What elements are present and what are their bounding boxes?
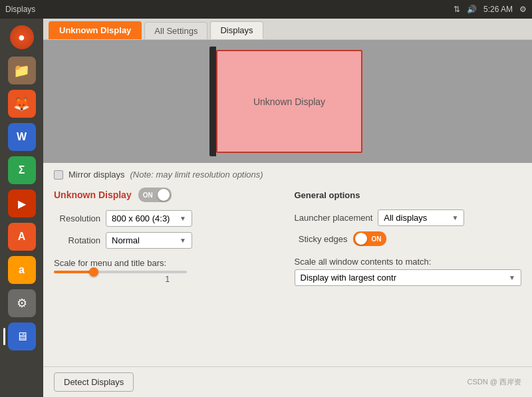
launcher-dropdown-arrow: ▼ (452, 214, 458, 221)
files-icon: 📁 (8, 57, 36, 84)
amazon-icon: a (8, 256, 36, 284)
display-preview: Unknown Display (43, 40, 532, 163)
launcher-label: Launcher placement (295, 213, 373, 223)
rotation-select[interactable]: Normal ▼ (106, 232, 192, 249)
resolution-row: Resolution 800 x 600 (4:3) ▼ (54, 210, 281, 227)
calc-icon: Σ (8, 156, 36, 184)
left-settings: Unknown Display ON Resolution 800 x 600 … (54, 188, 281, 286)
display-toggle[interactable]: ON (138, 188, 172, 202)
slider-track (54, 271, 187, 273)
rotation-row: Rotation Normal ▼ (54, 232, 281, 249)
resolution-dropdown-arrow: ▼ (180, 215, 186, 222)
scale-slider-container (54, 271, 187, 273)
sidebar-item-calc[interactable]: Σ (6, 154, 38, 186)
window-header: Unknown Display All Settings Displays (43, 19, 532, 39)
watermark: CSDN @ 西岸资 (467, 377, 521, 387)
scale-window-select[interactable]: Display with largest contr ▼ (295, 269, 522, 286)
display-content: Unknown Display Mirror displays (Note: m… (43, 39, 532, 397)
rotation-value: Normal (112, 235, 176, 245)
sticky-toggle[interactable]: ON (353, 231, 386, 246)
sidebar-item-appstore[interactable]: A (6, 221, 38, 253)
scale-section: Scale for menu and title bars: 1 (54, 258, 281, 284)
settings-icon: ⚙ (8, 289, 36, 317)
writer-icon: W (8, 123, 36, 151)
monitor-stand (209, 47, 216, 156)
detect-displays-button[interactable]: Detect Displays (54, 372, 134, 392)
sidebar-item-files[interactable]: 📁 (6, 55, 38, 86)
display-name-row: Unknown Display ON (54, 188, 281, 202)
launcher-select[interactable]: All displays ▼ (378, 209, 464, 226)
sticky-row: Sticky edges ON (295, 231, 522, 246)
sidebar-item-settings[interactable]: ⚙ (6, 287, 38, 319)
scale-label: Scale for menu and title bars: (54, 258, 281, 268)
appstore-icon: A (8, 223, 36, 251)
ubuntu-logo-icon: ● (10, 25, 34, 49)
sidebar-item-firefox[interactable]: 🦊 (6, 88, 38, 120)
mirror-note: (Note: may limit resolution options) (130, 170, 263, 180)
launcher-value: All displays (384, 213, 448, 223)
resolution-select[interactable]: 800 x 600 (4:3) ▼ (106, 210, 192, 227)
scale-window-value: Display with largest contr (301, 273, 505, 283)
display-name-label: Unknown Display (54, 190, 132, 200)
rotation-dropdown-arrow: ▼ (180, 237, 186, 244)
launcher-row: Launcher placement All displays ▼ (295, 209, 522, 226)
monitor-screen: Unknown Display (216, 50, 362, 153)
settings-section: Mirror displays (Note: may limit resolut… (43, 163, 532, 366)
firefox-icon: 🦊 (8, 90, 36, 118)
topbar: Displays ⇅ 🔊 5:26 AM ⚙ (0, 0, 532, 19)
sort-icon: ⇅ (454, 5, 460, 14)
displays-icon: 🖥 (8, 323, 36, 350)
resolution-label: Resolution (54, 213, 100, 223)
scale-value: 1 (54, 275, 281, 284)
impress-icon: ▶ (8, 190, 36, 217)
volume-icon: 🔊 (467, 5, 477, 14)
sidebar: ● 📁 🦊 W Σ ▶ (0, 19, 43, 397)
tab-displays[interactable]: Displays (210, 21, 263, 39)
toggle-off-label: ON (143, 192, 153, 199)
scale-window-label: Scale all window contents to match: (295, 257, 522, 267)
bottom-bar: Detect Displays CSDN @ 西岸资 (43, 366, 532, 397)
sidebar-item-impress[interactable]: ▶ (6, 188, 38, 219)
active-display-tab[interactable]: Unknown Display (49, 21, 142, 39)
mirror-row: Mirror displays (Note: may limit resolut… (54, 170, 521, 180)
mirror-checkbox[interactable] (54, 170, 63, 180)
sticky-label: Sticky edges (295, 234, 348, 244)
sticky-on-label: ON (372, 235, 382, 243)
sticky-toggle-knob (355, 233, 367, 245)
sidebar-item-displays[interactable]: 🖥 (6, 321, 38, 352)
slider-fill (54, 271, 94, 273)
scale-window-section: Scale all window contents to match: Disp… (295, 257, 522, 286)
topbar-title: Displays (5, 5, 35, 14)
sidebar-item-ubuntu[interactable]: ● (6, 21, 38, 53)
gear-icon[interactable]: ⚙ (519, 5, 527, 14)
scale-window-dropdown-arrow: ▼ (509, 274, 515, 281)
rotation-label: Rotation (54, 235, 100, 245)
right-settings: General options Launcher placement All d… (295, 188, 522, 286)
topbar-time: 5:26 AM (483, 5, 513, 14)
sidebar-item-amazon[interactable]: a (6, 254, 38, 286)
toggle-knob (158, 189, 170, 201)
tab-all-settings[interactable]: All Settings (144, 22, 207, 39)
monitor-label: Unknown Display (253, 96, 325, 107)
settings-grid: Unknown Display ON Resolution 800 x 600 … (54, 188, 521, 286)
general-options-header: General options (295, 190, 522, 200)
slider-thumb[interactable] (89, 267, 98, 277)
monitor-container: Unknown Display (209, 47, 366, 156)
sidebar-item-writer[interactable]: W (6, 121, 38, 153)
resolution-value: 800 x 600 (4:3) (112, 213, 176, 223)
mirror-label: Mirror displays (68, 170, 125, 180)
